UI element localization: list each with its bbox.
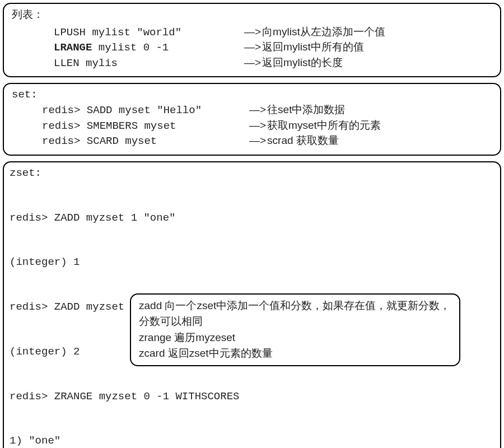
set-desc: scrad 获取数量 — [267, 133, 339, 148]
list-desc: 返回mylist的长度 — [262, 55, 343, 71]
zset-line: (integer) 1 — [10, 255, 494, 270]
prompt-text: redis> — [42, 135, 87, 147]
list-cmd: LPUSH mylist "world" — [54, 25, 181, 40]
arrow-icon: —> — [249, 118, 266, 133]
list-desc: 向mylist从左边添加一个值 — [262, 25, 385, 40]
zset-note-line: zcard 返回zset中元素的数量 — [139, 346, 451, 362]
set-cmd: SADD myset "Hello" — [87, 103, 202, 118]
set-desc: 往set中添加数据 — [267, 102, 345, 118]
set-cmd: SCARD myset — [87, 134, 157, 149]
set-cmd: SMEMBERS myset — [87, 119, 176, 134]
set-card: set: redis> SADD myset "Hello" —> 往set中添… — [3, 83, 501, 155]
zset-note-box: zadd 向一个zset中添加一个值和分数，如果存在值，就更新分数，分数可以相同… — [130, 293, 460, 366]
prompt-text: redis> — [42, 104, 87, 116]
zset-note-line: zadd 向一个zset中添加一个值和分数，如果存在值，就更新分数，分数可以相同 — [139, 298, 451, 330]
arrow-icon: —> — [244, 55, 261, 71]
set-row: redis> SADD myset "Hello" —> 往set中添加数据 — [12, 102, 492, 118]
arrow-icon: —> — [244, 40, 261, 55]
list-card: 列表： LPUSH mylist "world" —> 向mylist从左边添加… — [3, 3, 501, 77]
arrow-icon: —> — [249, 133, 266, 148]
set-title: set: — [12, 87, 492, 102]
list-cmd: LLEN mylis — [54, 56, 118, 71]
zset-card: zset: redis> ZADD myzset 1 "one" (intege… — [3, 161, 501, 448]
arrow-icon: —> — [244, 25, 261, 40]
zset-note-line: zrange 遍历myzeset — [139, 330, 451, 346]
prompt-text: redis> — [42, 120, 87, 132]
list-title: 列表： — [12, 7, 492, 22]
zset-title: zset: — [10, 166, 494, 181]
arrow-icon: —> — [249, 102, 266, 118]
set-row: redis> SCARD myset —> scrad 获取数量 — [12, 133, 492, 149]
list-cmd-keyword: LRANGE — [54, 40, 92, 55]
list-cmd-rest: mylist 0 -1 — [92, 40, 169, 55]
list-row: LRANGE mylist 0 -1 —> 返回mylist中所有的值 — [12, 40, 492, 55]
list-row: LPUSH mylist "world" —> 向mylist从左边添加一个值 — [12, 25, 492, 40]
zset-line: redis> ZRANGE myzset 0 -1 WITHSCORES — [10, 389, 494, 404]
list-desc: 返回mylist中所有的值 — [262, 40, 364, 55]
set-desc: 获取myset中所有的元素 — [267, 118, 381, 133]
set-row: redis> SMEMBERS myset —> 获取myset中所有的元素 — [12, 118, 492, 134]
list-row: LLEN mylis —> 返回mylist的长度 — [12, 55, 492, 71]
zset-line: 1) "one" — [10, 433, 494, 448]
zset-line: redis> ZADD myzset 1 "one" — [10, 211, 494, 226]
